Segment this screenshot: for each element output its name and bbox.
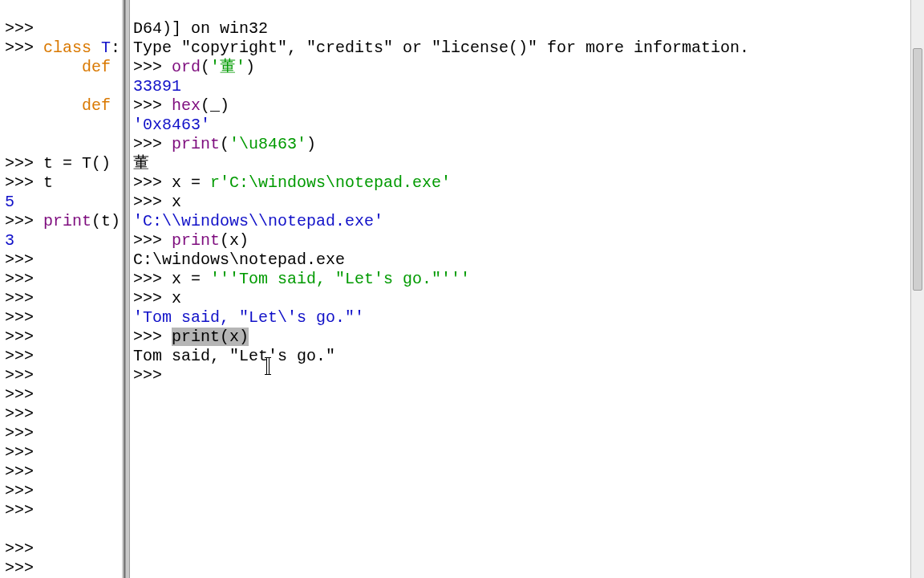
- output-line: 'C:\\windows\\notepad.exe': [133, 212, 383, 230]
- selected-text: print(x): [172, 328, 249, 346]
- string-literal: '董': [210, 58, 245, 76]
- output-line: '0x8463': [133, 116, 210, 134]
- code-text: >>> x =: [133, 270, 210, 288]
- code-line: >>> t = T(): [5, 154, 111, 173]
- editor-split: >>> >>> class T: def def >>> t = T() >>>…: [0, 0, 924, 578]
- prompt: >>>: [5, 289, 43, 307]
- output-line: Tom said, "Let's go.": [133, 347, 335, 365]
- string-literal: '\u8463': [229, 135, 306, 153]
- prompt: >>>: [133, 366, 172, 385]
- prompt: >>>: [133, 328, 172, 346]
- prompt: >>>: [5, 501, 43, 519]
- prompt: >>>: [133, 58, 172, 76]
- code-text: (_): [201, 96, 229, 115]
- code-line: >>> x: [133, 193, 181, 211]
- scrollbar-thumb[interactable]: [913, 48, 922, 291]
- keyword-def: def: [82, 58, 111, 76]
- code-text: (x): [220, 231, 249, 250]
- prompt: >>>: [133, 96, 172, 115]
- code-text: (: [220, 135, 229, 153]
- keyword-def: def: [82, 96, 111, 115]
- builtin-print: print: [43, 212, 91, 230]
- prompt: >>>: [5, 385, 43, 404]
- prompt: >>>: [133, 135, 172, 153]
- builtin-hex: hex: [172, 96, 201, 115]
- prompt: >>>: [5, 19, 43, 38]
- prompt: >>>: [5, 328, 43, 346]
- output-line: 5: [5, 193, 14, 211]
- code-text: >>> x =: [133, 173, 210, 192]
- prompt: >>>: [5, 539, 43, 558]
- prompt: >>>: [5, 347, 43, 365]
- prompt: >>>: [133, 231, 172, 250]
- code-text: ): [245, 58, 255, 76]
- banner-line: Type "copyright", "credits" or "license(…: [133, 39, 749, 57]
- prompt: >>>: [5, 462, 43, 481]
- builtin-ord: ord: [172, 58, 201, 76]
- code-line: >>> x: [133, 289, 181, 307]
- right-shell-pane[interactable]: D64)] on win32 Type "copyright", "credit…: [130, 0, 924, 578]
- prompt: >>>: [5, 559, 43, 577]
- code-text: [91, 39, 101, 57]
- code-text: (t): [91, 212, 120, 230]
- prompt: >>>: [5, 308, 43, 327]
- builtin-print: print: [172, 231, 220, 250]
- indent: [5, 58, 82, 76]
- indent: [5, 96, 82, 115]
- output-line: 33891: [133, 77, 181, 96]
- string-literal: r'C:\windows\notepad.exe': [210, 173, 451, 192]
- banner-line: D64)] on win32: [133, 19, 268, 38]
- prompt: >>>: [5, 482, 43, 500]
- class-name: T: [101, 39, 111, 57]
- prompt: >>>: [5, 250, 43, 269]
- prompt: >>>: [5, 405, 43, 423]
- prompt: >>>: [5, 212, 43, 230]
- code-text: ): [306, 135, 316, 153]
- code-text: :: [111, 39, 120, 57]
- left-shell-pane[interactable]: >>> >>> class T: def def >>> t = T() >>>…: [0, 0, 125, 578]
- vertical-scrollbar[interactable]: [910, 0, 924, 578]
- prompt: >>>: [5, 424, 43, 442]
- code-text: (: [201, 58, 210, 76]
- prompt: >>>: [5, 366, 43, 385]
- output-line: C:\windows\notepad.exe: [133, 250, 345, 269]
- code-line: >>> t: [5, 173, 53, 192]
- prompt: >>>: [5, 39, 43, 57]
- text-cursor-icon: [266, 358, 270, 374]
- output-line: 'Tom said, "Let\'s go."': [133, 308, 364, 327]
- string-literal: '''Tom said, "Let's go."''': [210, 270, 470, 288]
- builtin-print: print: [172, 135, 220, 153]
- keyword-class: class: [43, 39, 91, 57]
- output-line: 3: [5, 231, 14, 250]
- output-line: 董: [133, 154, 149, 173]
- prompt: >>>: [5, 443, 43, 462]
- prompt: >>>: [5, 270, 43, 288]
